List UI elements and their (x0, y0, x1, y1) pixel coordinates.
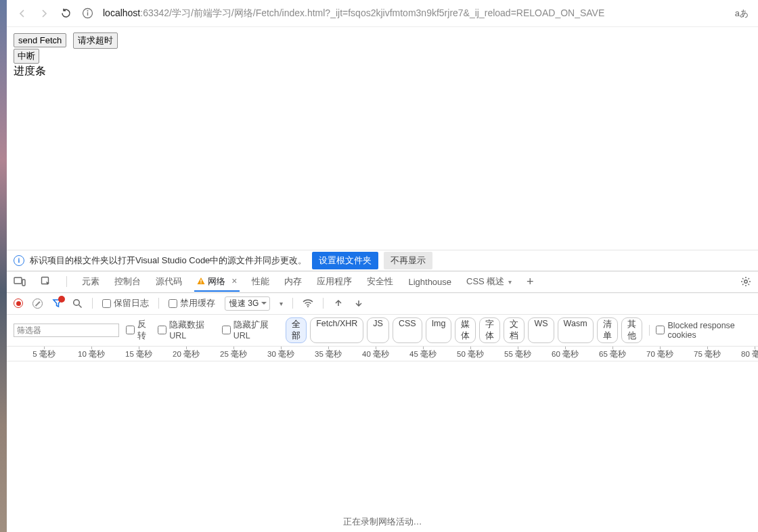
type-chip[interactable]: 清单 (597, 317, 618, 343)
upload-har-icon[interactable] (333, 298, 344, 309)
inspect-icon[interactable] (41, 276, 51, 287)
type-chip[interactable]: Wasm (558, 317, 594, 343)
recording-message: 正在录制网络活动… (7, 516, 758, 528)
page-blank-area (7, 79, 758, 250)
reload-icon[interactable] (60, 7, 72, 20)
settings-icon[interactable] (740, 276, 751, 287)
hide-ext-url-checkbox[interactable]: 隐藏扩展 URL (222, 319, 279, 340)
tab-sources[interactable]: 源代码 (156, 272, 182, 291)
clear-button[interactable] (32, 298, 43, 309)
address-bar: localhost:63342/学习/前端学习/网络/Fetch/index.h… (7, 0, 758, 27)
svg-rect-6 (200, 280, 201, 282)
timeline-ruler[interactable]: 5 毫秒10 毫秒15 毫秒20 毫秒25 毫秒30 毫秒35 毫秒40 毫秒4… (7, 347, 758, 361)
svg-rect-7 (200, 282, 201, 283)
ruler-tick: 55 毫秒 (494, 347, 541, 359)
tab-lighthouse[interactable]: Lighthouse (408, 273, 451, 290)
set-root-button[interactable]: 设置根文件夹 (312, 252, 378, 269)
svg-rect-4 (22, 280, 25, 286)
type-chip[interactable]: CSS (393, 317, 422, 343)
svg-rect-3 (14, 278, 22, 284)
separator (158, 298, 159, 309)
type-chip[interactable]: WS (528, 317, 554, 343)
search-icon[interactable] (72, 298, 83, 309)
site-info-icon[interactable] (81, 7, 93, 20)
separator (66, 276, 67, 287)
tab-network-label: 网络 (208, 276, 225, 286)
forward-icon[interactable] (38, 7, 50, 20)
ruler-tick: 75 毫秒 (684, 347, 731, 359)
throttle-select[interactable]: 慢速 3G (225, 296, 270, 311)
info-icon: i (14, 255, 24, 266)
page-content: send Fetch 请求超时 中断 进度条 (7, 27, 758, 79)
chevron-down-icon: ▾ (508, 278, 512, 286)
ruler-tick: 70 毫秒 (636, 347, 684, 359)
tab-memory[interactable]: 内存 (284, 272, 302, 291)
svg-point-8 (744, 280, 747, 283)
address-host: localhost (103, 7, 140, 18)
blocked-cookies-checkbox[interactable]: Blocked response cookies (656, 321, 751, 340)
filter-icon[interactable] (52, 298, 63, 309)
address-url[interactable]: localhost:63342/学习/前端学习/网络/Fetch/index.h… (103, 7, 726, 20)
type-chip[interactable]: Fetch/XHR (310, 317, 363, 343)
type-chip[interactable]: Img (426, 317, 452, 343)
tab-performance[interactable]: 性能 (252, 272, 269, 291)
type-chip[interactable]: 其他 (621, 317, 642, 343)
ruler-tick: 20 毫秒 (162, 347, 210, 359)
network-waterfall[interactable]: 正在录制网络活动… (7, 361, 758, 533)
hide-data-url-checkbox[interactable]: 隐藏数据 URL (158, 319, 215, 340)
separator (649, 325, 650, 336)
network-conditions-icon[interactable] (303, 298, 313, 309)
abort-button[interactable]: 中断 (14, 49, 39, 64)
separator (323, 298, 324, 309)
close-icon[interactable]: × (231, 275, 237, 286)
tab-cssoverview[interactable]: CSS 概述 ▾ (466, 272, 512, 291)
svg-point-9 (74, 299, 80, 305)
throttle-more-icon[interactable]: ▾ (280, 300, 283, 307)
send-fetch-button[interactable]: send Fetch (14, 33, 66, 47)
type-chip[interactable]: 全部 (286, 317, 307, 343)
filter-input[interactable] (14, 324, 119, 337)
type-chip[interactable]: 字体 (479, 317, 500, 343)
os-sidebar-sliver (0, 0, 7, 532)
ruler-tick: 35 毫秒 (305, 347, 352, 359)
ruler-tick: 60 毫秒 (541, 347, 589, 359)
download-har-icon[interactable] (353, 298, 364, 309)
ruler-tick: 25 毫秒 (210, 347, 257, 359)
type-chip[interactable]: 媒体 (455, 317, 476, 343)
svg-point-10 (307, 306, 309, 307)
network-filter-bar: 反转 隐藏数据 URL 隐藏扩展 URL 全部Fetch/XHRJSCSSImg… (7, 315, 758, 347)
tab-elements[interactable]: 元素 (82, 272, 99, 291)
ruler-tick: 65 毫秒 (589, 347, 636, 359)
separator (92, 298, 93, 309)
devtools-tabs: 元素 控制台 源代码 网络 × 性能 内存 应用程序 安全性 Lighthous… (7, 271, 758, 293)
add-tab-icon[interactable]: + (527, 275, 534, 289)
ruler-tick: 40 毫秒 (352, 347, 399, 359)
translate-icon[interactable]: aあ (735, 7, 749, 20)
network-toolbar: 保留日志 禁用缓存 慢速 3G ▾ (7, 293, 758, 315)
ruler-tick: 80 毫秒 (731, 347, 758, 359)
infobar-text: 标识项目的根文件夹以打开Visual Studio Code中的源文件并同步更改… (30, 254, 307, 267)
tab-console[interactable]: 控制台 (114, 272, 141, 291)
ruler-tick: 30 毫秒 (257, 347, 305, 359)
preserve-log-checkbox[interactable]: 保留日志 (102, 297, 149, 309)
back-icon[interactable] (16, 7, 28, 20)
warning-icon (197, 277, 205, 285)
invert-checkbox[interactable]: 反转 (126, 319, 151, 342)
dismiss-button[interactable]: 不再显示 (384, 252, 432, 269)
svg-point-1 (87, 10, 88, 12)
ruler-tick: 50 毫秒 (447, 347, 494, 359)
type-chip[interactable]: JS (367, 317, 389, 343)
tab-security[interactable]: 安全性 (367, 272, 393, 291)
timeout-button[interactable]: 请求超时 (73, 32, 118, 49)
ruler-tick: 15 毫秒 (115, 347, 162, 359)
filter-badge (58, 296, 65, 303)
device-mode-icon[interactable] (14, 276, 26, 287)
progress-label: 进度条 (14, 64, 751, 79)
ruler-tick: 45 毫秒 (399, 347, 447, 359)
type-chips: 全部Fetch/XHRJSCSSImg媒体字体文档WSWasm清单其他 (286, 317, 642, 343)
tab-application[interactable]: 应用程序 (317, 272, 352, 291)
tab-network[interactable]: 网络 × (197, 272, 237, 291)
type-chip[interactable]: 文档 (504, 317, 525, 343)
disable-cache-checkbox[interactable]: 禁用缓存 (169, 297, 215, 309)
record-button[interactable] (14, 298, 23, 308)
